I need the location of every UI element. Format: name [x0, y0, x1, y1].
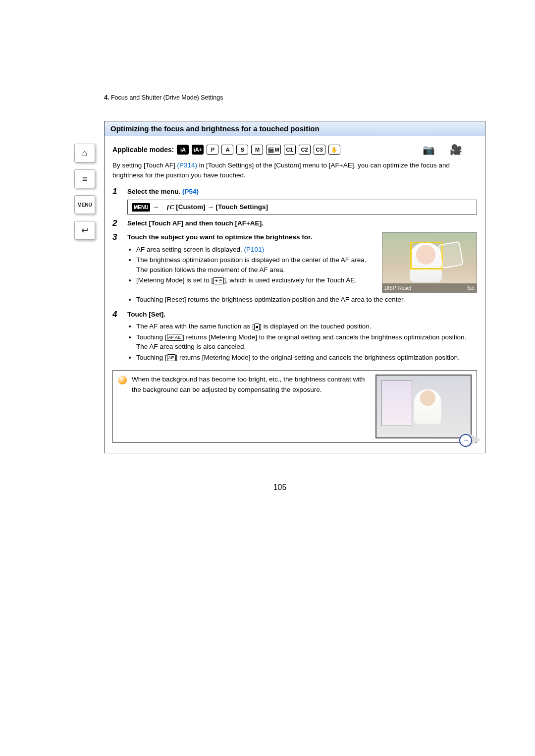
mode-movie-m: 🎬M	[266, 145, 280, 155]
mode-ia: iA	[177, 145, 189, 155]
step-num-2: 2	[112, 218, 120, 228]
link-p101[interactable]: (P101)	[244, 246, 265, 253]
set-button[interactable]: Set	[467, 284, 475, 292]
home-icon[interactable]: ⌂	[74, 144, 95, 162]
toc-icon[interactable]: ≡	[74, 169, 95, 188]
link-p54[interactable]: (P54)	[182, 188, 199, 195]
step3-bullet-3: [Metering Mode] is set to [✦☰], which is…	[136, 275, 376, 285]
section-heading: Optimizing the focus and brightness for …	[105, 121, 485, 136]
step4-bullet-1: The AF area with the same function as [■…	[136, 322, 477, 331]
content-panel: Optimizing the focus and brightness for …	[104, 121, 485, 453]
disp-label: DISP.	[384, 285, 397, 291]
intro-text: By setting [Touch AF] (P314) in [Touch S…	[112, 161, 477, 181]
mode-c1: C1	[284, 145, 296, 155]
touch-pointer-icon	[438, 241, 464, 269]
breadcrumb: 4. Focus and Shutter (Drive Mode) Settin…	[104, 94, 485, 101]
mode-ia-plus: iA+	[192, 145, 204, 155]
step-4: 4 Touch [Set]. The AF area with the same…	[112, 310, 477, 364]
sidebar: ⌂ ≡ MENU ↩	[74, 144, 95, 240]
mode-s: S	[236, 145, 248, 155]
reset-button[interactable]: Reset	[398, 285, 411, 291]
step3-bullet-4: Touching [Reset] returns the brightness …	[136, 295, 477, 305]
menu-path: MENU → ƒC [Custom] → [Touch Settings]	[127, 200, 477, 215]
mode-creative: ✋	[328, 145, 340, 155]
step-1: 1 Select the menu. (P54) MENU → ƒC [Cust…	[112, 187, 477, 215]
step4-bullet-2: Touching [AF AE] returns [Metering Mode]…	[136, 332, 477, 352]
cancel-afae-icon: AF AE	[167, 334, 183, 341]
breadcrumb-num: 4.	[104, 94, 109, 101]
menu-chip: MENU	[132, 203, 150, 212]
example-image-touch: DISP. Reset Set	[382, 232, 477, 293]
mode-c3: C3	[314, 145, 325, 155]
back-icon[interactable]: ↩	[74, 221, 95, 240]
mode-p: P	[207, 145, 218, 155]
step3-bullet-1: AF area setting screen is displayed. (P1…	[136, 245, 376, 255]
video-icon: 🎥	[450, 144, 462, 156]
breadcrumb-text: Focus and Shutter (Drive Mode) Settings	[111, 94, 223, 101]
step-num-3: 3	[112, 232, 120, 306]
step-3: 3 Touch the subject you want to optimize…	[112, 232, 477, 306]
applicable-label: Applicable modes:	[112, 146, 174, 154]
touch-ae-icon: ✦☰	[213, 277, 224, 284]
mode-m: M	[251, 145, 263, 155]
step-num-4: 4	[112, 310, 120, 364]
lightbulb-icon	[118, 376, 127, 384]
link-p314[interactable]: (P314)	[177, 162, 198, 169]
step-2: 2 Select [Touch AF] and then touch [AF+A…	[112, 218, 477, 228]
step-num-1: 1	[112, 187, 120, 215]
camera-icon: 📷	[423, 144, 435, 156]
mode-c2: C2	[299, 145, 311, 155]
mode-a: A	[221, 145, 233, 155]
cancel-ae-icon: AE	[167, 354, 176, 361]
applicable-modes-row: Applicable modes: iA iA+ P A S M 🎬M C1 C…	[112, 144, 477, 156]
step3-bullet-2: The brightness optimization position is …	[136, 255, 376, 274]
step4-bullet-3: Touching [AE] returns [Metering Mode] to…	[136, 353, 477, 363]
af-area-icon: ■	[254, 324, 260, 330]
example-image-exposure	[375, 375, 472, 438]
page-number: 105	[74, 483, 485, 492]
tip-text: When the background has become too brigh…	[132, 375, 371, 395]
menu-icon[interactable]: MENU	[74, 195, 95, 214]
tip-box: When the background has become too brigh…	[112, 370, 477, 443]
